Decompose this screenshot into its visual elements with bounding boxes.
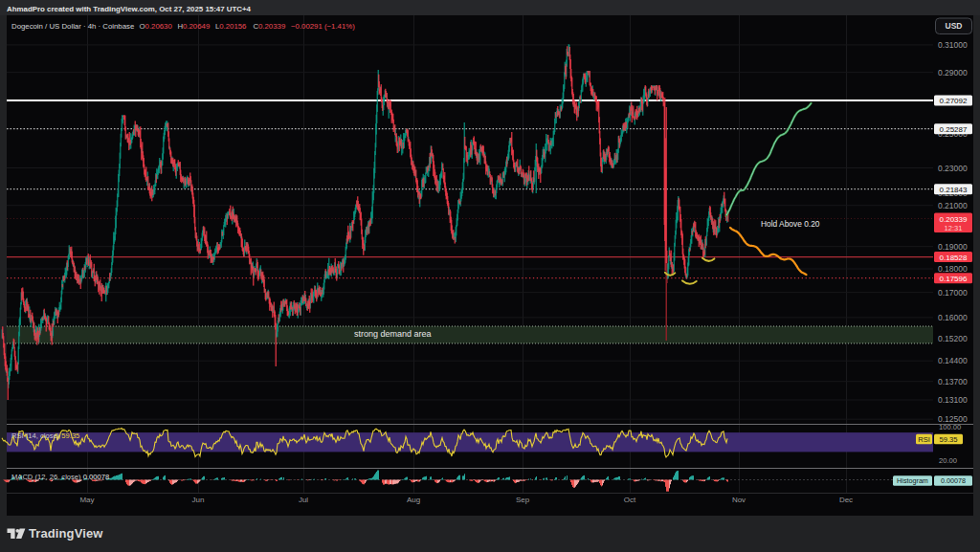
svg-text:0.00078: 0.00078 [941,476,966,485]
svg-text:Aug: Aug [407,496,420,504]
svg-text:0.29000: 0.29000 [938,68,968,77]
svg-text:L0.20156: L0.20156 [215,22,247,31]
svg-text:0.25287: 0.25287 [940,125,968,134]
svg-text:May: May [79,496,94,504]
svg-text:0.14400: 0.14400 [938,356,968,365]
svg-text:0.19000: 0.19000 [938,242,968,252]
svg-text:0.15200: 0.15200 [938,334,968,343]
svg-text:H0.20649: H0.20649 [177,22,210,31]
svg-text:100.00: 100.00 [939,423,961,431]
svg-text:0.17596: 0.17596 [940,275,968,283]
svg-text:Histogram: Histogram [897,476,928,485]
svg-text:Hold Above 0.20: Hold Above 0.20 [761,219,820,229]
svg-text:Sep: Sep [516,496,530,504]
svg-text:RSI: RSI [918,435,930,444]
svg-text:0.23000: 0.23000 [938,164,968,173]
svg-text:0.13100: 0.13100 [938,395,968,405]
svg-text:USD: USD [946,21,963,31]
svg-text:O0.20630: O0.20630 [140,22,173,31]
svg-text:Jul: Jul [299,496,308,504]
svg-text:0.21000: 0.21000 [938,201,968,210]
svg-text:0.13700: 0.13700 [938,377,968,386]
svg-text:0.31000: 0.31000 [938,40,968,50]
svg-text:0.18528: 0.18528 [940,254,968,262]
svg-text:TradingView: TradingView [29,526,103,541]
svg-text:0.21843: 0.21843 [940,186,968,194]
svg-text:−0.00291 (−1.41%): −0.00291 (−1.41%) [291,22,355,31]
svg-text:strong demand area: strong demand area [354,329,432,339]
svg-text:Jun: Jun [192,496,205,504]
svg-text:Oct: Oct [624,496,636,504]
svg-text:0.27092: 0.27092 [940,97,968,105]
svg-text:0.16000: 0.16000 [938,313,968,322]
svg-text:Dogecoin / US Dollar · 4h · Co: Dogecoin / US Dollar · 4h · Coinbase [11,22,134,31]
svg-text:12:31: 12:31 [945,224,963,232]
svg-text:0.17000: 0.17000 [938,288,968,298]
svg-text:0.18000: 0.18000 [938,264,968,274]
svg-text:C0.20339: C0.20339 [253,22,285,31]
svg-text:Dec: Dec [839,496,853,504]
svg-text:AhmadPro created with TradingV: AhmadPro created with TradingView.com, O… [7,5,252,13]
svg-text:Nov: Nov [732,496,746,504]
svg-text:20.00: 20.00 [939,456,957,465]
svg-text:59.35: 59.35 [939,435,957,444]
svg-text:MACD (12, 26, close) 0.00078: MACD (12, 26, close) 0.00078 [11,473,109,481]
svg-text:RSI (14, close) 59.35: RSI (14, close) 59.35 [11,431,79,440]
